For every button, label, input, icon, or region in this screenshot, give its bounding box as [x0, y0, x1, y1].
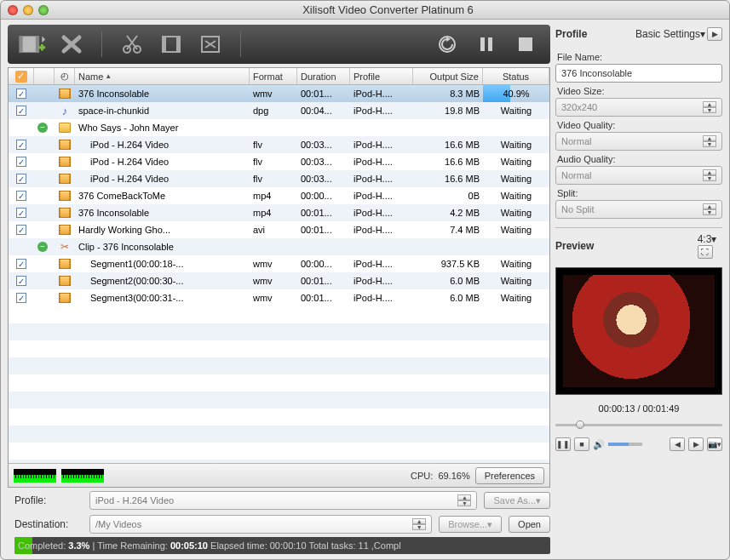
- preview-prev-button[interactable]: ◀: [670, 437, 685, 451]
- main-toolbar: [8, 25, 550, 64]
- row-format: wmv: [250, 255, 297, 272]
- duration-column-header[interactable]: Duration: [297, 68, 350, 84]
- videosize-combo[interactable]: 320x240▲▼: [555, 98, 722, 117]
- preview-next-button[interactable]: ▶: [688, 437, 704, 451]
- row-status: Waiting: [483, 136, 549, 153]
- svg-rect-1: [20, 37, 23, 53]
- row-profile: iPod-H....: [350, 136, 413, 153]
- save-as-button[interactable]: Save As... ▾: [484, 492, 550, 509]
- size-column-header[interactable]: Output Size: [413, 68, 483, 84]
- row-name: Hardly Working Gho...: [75, 221, 250, 238]
- preview-popout-button[interactable]: ⛶: [698, 245, 713, 259]
- file-list[interactable]: ◴ Name▲ Format Duration Profile Output S…: [8, 67, 550, 488]
- status-column-header[interactable]: Status: [483, 68, 549, 84]
- audioquality-label: Audio Quality:: [557, 154, 722, 164]
- video-file-icon: [59, 191, 71, 201]
- convert-button[interactable]: [433, 31, 462, 57]
- destination-combo[interactable]: /My Videos▲▼: [89, 515, 432, 534]
- format-column-header[interactable]: Format: [250, 68, 297, 84]
- video-file-icon: [59, 140, 71, 150]
- table-row[interactable]: ♪ space-in-chunkid dpg 00:04... iPod-H..…: [9, 102, 549, 119]
- video-file-icon: [59, 293, 71, 303]
- preview-time: 00:00:13 / 00:01:49: [555, 403, 722, 414]
- row-format: avi: [250, 221, 297, 238]
- profile-combo[interactable]: iPod - H.264 Video▲▼: [89, 491, 477, 510]
- filename-input[interactable]: [555, 64, 722, 83]
- stop-button[interactable]: [511, 31, 540, 57]
- remove-button[interactable]: [57, 31, 86, 57]
- row-format: mp4: [250, 187, 297, 204]
- row-duration: 00:01...: [297, 289, 350, 306]
- expand-toggle[interactable]: −: [37, 123, 48, 133]
- status-footer: Completed: 3.3% | Time Remaining: 00:05:…: [14, 537, 550, 554]
- table-row[interactable]: Hardly Working Gho... avi 00:01... iPod-…: [9, 221, 549, 238]
- row-checkbox[interactable]: [16, 89, 26, 99]
- add-file-button[interactable]: [18, 31, 47, 57]
- table-row[interactable]: 376 Inconsolable wmv 00:01... iPod-H....…: [9, 85, 549, 102]
- side-next-button[interactable]: ▶: [707, 27, 722, 41]
- table-row[interactable]: iPod - H.264 Video flv 00:03... iPod-H..…: [9, 153, 549, 170]
- cpu-value: 69.16%: [438, 471, 469, 481]
- row-name: Segment2(00:00:30-...: [75, 272, 250, 289]
- row-duration: 00:03...: [297, 136, 350, 153]
- row-size: 7.4 MB: [413, 221, 483, 238]
- table-row[interactable]: Segment1(00:00:18-... wmv 00:00... iPod-…: [9, 255, 549, 272]
- row-name: Segment3(00:00:31-...: [75, 289, 250, 306]
- volume-slider[interactable]: [608, 443, 642, 446]
- videoquality-combo[interactable]: Normal▲▼: [555, 132, 722, 151]
- table-row[interactable]: 376 Inconsolable mp4 00:01... iPod-H....…: [9, 204, 549, 221]
- row-checkbox[interactable]: [16, 208, 26, 218]
- header-checkbox[interactable]: [15, 71, 27, 83]
- row-checkbox[interactable]: [16, 225, 26, 235]
- video-file-icon: [59, 157, 71, 167]
- row-size: 16.6 MB: [413, 136, 483, 153]
- row-status: Waiting: [483, 289, 549, 306]
- clip-button[interactable]: [118, 31, 147, 57]
- table-row[interactable]: iPod - H.264 Video flv 00:03... iPod-H..…: [9, 136, 549, 153]
- row-checkbox[interactable]: [16, 191, 26, 201]
- table-row[interactable]: Segment2(00:00:30-... wmv 00:01... iPod-…: [9, 272, 549, 289]
- row-name: 376 Inconsolable: [75, 85, 250, 102]
- row-checkbox[interactable]: [16, 259, 26, 269]
- row-checkbox[interactable]: [16, 174, 26, 184]
- pause-button[interactable]: [472, 31, 501, 57]
- svg-rect-10: [480, 37, 485, 51]
- row-status: Waiting: [483, 170, 549, 187]
- row-checkbox[interactable]: [16, 157, 26, 167]
- audioquality-combo[interactable]: Normal▲▼: [555, 166, 722, 185]
- row-checkbox[interactable]: [16, 276, 26, 286]
- row-size: 937.5 KB: [413, 255, 483, 272]
- split-combo[interactable]: No Split▲▼: [555, 200, 722, 219]
- row-checkbox[interactable]: [16, 293, 26, 303]
- effects-button[interactable]: [196, 31, 225, 57]
- preview-stop-button[interactable]: ■: [574, 437, 589, 451]
- preferences-button[interactable]: Preferences: [475, 467, 544, 484]
- row-status: Waiting: [483, 272, 549, 289]
- row-checkbox[interactable]: [16, 106, 26, 116]
- row-checkbox[interactable]: [16, 140, 26, 150]
- name-column-header[interactable]: Name▲: [75, 68, 250, 84]
- window-close-button[interactable]: [8, 5, 18, 15]
- basic-settings-dropdown[interactable]: Basic Settings▾: [635, 28, 705, 40]
- open-button[interactable]: Open: [509, 516, 550, 533]
- table-row[interactable]: Segment3(00:00:31-... wmv 00:01... iPod-…: [9, 289, 549, 306]
- window-zoom-button[interactable]: [38, 5, 49, 15]
- expand-toggle[interactable]: −: [37, 242, 48, 252]
- type-column-icon[interactable]: ◴: [55, 68, 75, 84]
- preview-pause-button[interactable]: ❚❚: [555, 437, 571, 451]
- aspect-ratio-dropdown[interactable]: 4:3▾: [698, 233, 717, 245]
- snapshot-button[interactable]: 📷▾: [707, 437, 722, 451]
- edit-button[interactable]: [157, 31, 186, 57]
- destination-label: Destination:: [14, 518, 83, 530]
- volume-icon[interactable]: 🔊: [593, 439, 605, 450]
- svg-rect-11: [488, 37, 492, 51]
- row-format: flv: [250, 170, 297, 187]
- browse-button[interactable]: Browse... ▾: [439, 516, 502, 533]
- table-row[interactable]: − ✂ Clip - 376 Inconsolable: [9, 238, 549, 255]
- profile-column-header[interactable]: Profile: [350, 68, 413, 84]
- window-minimize-button[interactable]: [23, 5, 33, 15]
- preview-seek-slider[interactable]: [555, 420, 722, 429]
- table-row[interactable]: 376 ComeBackToMe mp4 00:00... iPod-H....…: [9, 187, 549, 204]
- table-row[interactable]: − Who Says - John Mayer: [9, 119, 549, 136]
- table-row[interactable]: iPod - H.264 Video flv 00:03... iPod-H..…: [9, 170, 549, 187]
